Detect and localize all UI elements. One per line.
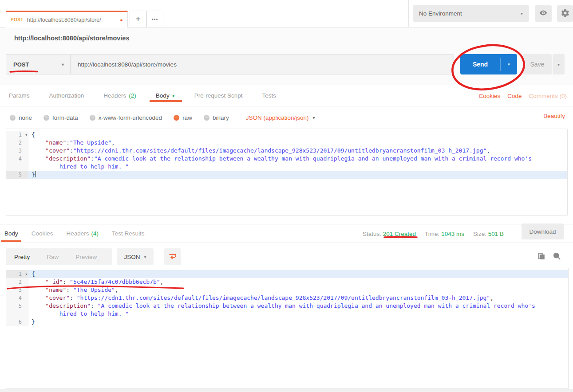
chevron-down-icon: ▾ [62, 62, 64, 67]
mode-binary[interactable]: binary [204, 114, 229, 121]
code-text: hired to help him. " [28, 310, 568, 318]
search-response-button[interactable] [551, 251, 562, 263]
wrap-icon [168, 252, 177, 262]
request-body-editor[interactable]: 1▾{2 "name":"The Upside",3 "cover":"http… [6, 129, 568, 216]
fold-caret-icon[interactable]: ▾ [25, 270, 28, 278]
chevron-down-icon: ▾ [521, 11, 523, 16]
request-title: http://localhost:8080/api/store/movies [14, 35, 129, 42]
response-body-editor[interactable]: 1▾{2 "_id": "5c4e715fa74c07dbbb6ecb7b",3… [6, 268, 569, 389]
code-text: "description":"A comedic look at the rel… [28, 155, 567, 163]
tab-tests[interactable]: Tests [262, 85, 276, 106]
code-text: "name":"The Upside", [28, 139, 567, 147]
text-cursor [36, 171, 36, 177]
line-number: 3 [6, 147, 28, 155]
copy-icon [536, 251, 546, 263]
mode-none[interactable]: none [10, 114, 32, 121]
response-tab-headers[interactable]: Headers (4) [67, 224, 99, 243]
active-tab-underline [150, 100, 182, 102]
tab-url-label: http://localhost:8080/api/store/ [27, 17, 117, 23]
eye-icon [539, 8, 548, 19]
line-number: 2 [6, 278, 28, 286]
download-button[interactable]: Download [522, 223, 564, 239]
radio-icon[interactable] [10, 115, 16, 121]
radio-icon[interactable] [204, 115, 209, 121]
tab-body[interactable]: Body ● [156, 85, 175, 106]
code-line: 3 "cover":"https://cdn1.thr.com/sites/de… [6, 147, 567, 155]
line-number: 5 [6, 171, 28, 179]
line-number: 4 [6, 294, 28, 302]
code-text: } [28, 318, 568, 326]
code-text: "name": "The Upside", [28, 286, 568, 294]
fold-caret-icon[interactable]: ▾ [25, 131, 28, 139]
line-number [6, 163, 28, 171]
size-badge: Size: 501 B [473, 231, 504, 237]
chevron-down-icon: ▾ [508, 62, 510, 67]
code-text: hired to help him. " [28, 163, 567, 171]
code-line: 1▾{ [6, 270, 568, 278]
divider [515, 226, 515, 242]
tab-params[interactable]: Params [9, 85, 30, 106]
tab-headers[interactable]: Headers (2) [103, 85, 136, 106]
mode-x-www-form-urlencoded[interactable]: x-www-form-urlencoded [90, 114, 162, 121]
mode-raw[interactable]: raw [174, 114, 192, 121]
tab-method-badge: POST [11, 17, 24, 22]
line-number [6, 310, 28, 318]
settings-button[interactable] [557, 5, 573, 22]
code-text: { [28, 131, 567, 139]
request-tabs: Params Authorization Headers (2) Body ● … [0, 85, 573, 106]
response-tab-body[interactable]: Body [4, 224, 18, 243]
save-button[interactable]: Save [523, 54, 552, 74]
new-tab-button[interactable]: + [130, 11, 146, 27]
radio-icon[interactable] [90, 115, 95, 121]
environment-quick-look-button[interactable] [535, 5, 552, 22]
window-bottom-strip [0, 389, 573, 392]
view-tab-pretty[interactable]: Pretty [14, 254, 30, 260]
chevron-down-icon: ▾ [144, 255, 146, 259]
view-tab-raw[interactable]: Raw [47, 254, 59, 260]
send-button[interactable]: Send ▾ [460, 54, 517, 74]
view-mode-segment: Pretty Raw Preview [6, 248, 112, 265]
code-text: "_id": "5c4e715fa74c07dbbb6ecb7b", [28, 278, 568, 286]
response-tab-test-results[interactable]: Test Results [112, 224, 145, 243]
copy-response-button[interactable] [535, 251, 547, 263]
view-tab-preview[interactable]: Preview [75, 254, 97, 260]
headers-count-badge: (2) [129, 92, 136, 99]
environment-selector[interactable]: No Environment ▾ [413, 5, 529, 22]
line-number: 2 [6, 139, 28, 147]
code-line: 5} [6, 171, 567, 179]
cookies-link[interactable]: Cookies [478, 93, 500, 99]
mode-form-data[interactable]: form-data [43, 114, 78, 121]
response-format-select[interactable]: JSON ▾ [117, 248, 154, 265]
chevron-down-icon: ▾ [557, 62, 560, 67]
word-wrap-toggle[interactable] [164, 248, 181, 265]
content-type-select[interactable]: JSON (application/json) ▾ [246, 114, 315, 121]
url-input[interactable] [71, 55, 454, 74]
tab-authorization[interactable]: Authorization [49, 85, 84, 106]
body-set-dot-icon: ● [172, 93, 175, 98]
unsaved-dot-icon: ● [120, 17, 123, 23]
response-tab-cookies[interactable]: Cookies [32, 224, 53, 243]
code-text: } [28, 171, 567, 179]
code-link[interactable]: Code [507, 93, 522, 99]
search-icon [552, 251, 561, 262]
save-options-button[interactable]: ▾ [553, 54, 565, 74]
radio-selected-icon[interactable] [174, 115, 179, 121]
chevron-down-icon: ▾ [312, 115, 315, 120]
code-line: hired to help him. " [6, 163, 567, 171]
tab-strip: POST http://localhost:8080/api/store/ ● … [0, 0, 573, 27]
send-options-button[interactable]: ▾ [501, 54, 517, 74]
radio-icon[interactable] [43, 115, 49, 121]
line-number: 5 [6, 302, 28, 310]
request-tab[interactable]: POST http://localhost:8080/api/store/ ● [6, 11, 128, 27]
method-select[interactable]: POST ▾ [6, 55, 71, 74]
beautify-link[interactable]: Beautify [543, 113, 565, 119]
more-tabs-button[interactable]: ••• [146, 11, 163, 27]
postman-window: POST http://localhost:8080/api/store/ ● … [0, 0, 573, 392]
code-line: hired to help him. " [6, 310, 568, 318]
line-number: 1▾ [6, 270, 28, 278]
request-builder-header: http://localhost:8080/api/store/movies P… [0, 27, 573, 85]
comments-link[interactable]: Comments (0) [529, 93, 567, 99]
status-badge: Status: 201 Created [363, 231, 416, 237]
line-number: 1▾ [6, 131, 28, 139]
tab-pre-request-script[interactable]: Pre-request Script [194, 85, 243, 106]
